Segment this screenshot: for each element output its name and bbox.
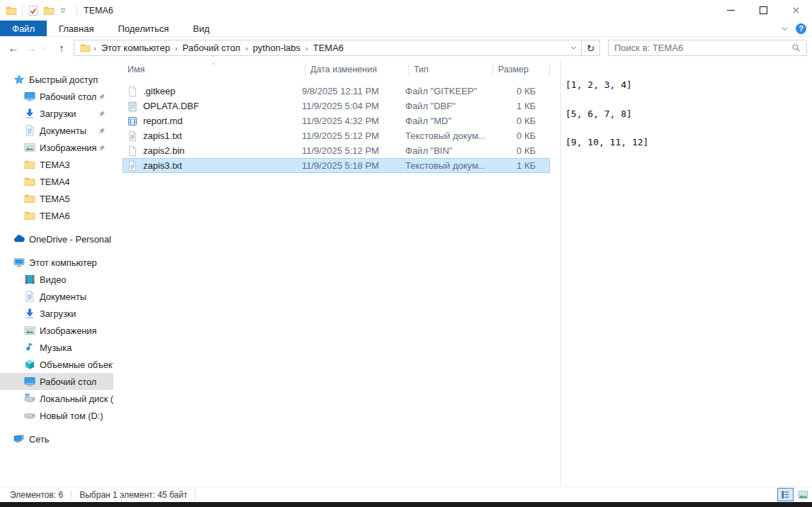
file-rows: .gitkeep 9/8/2025 12:11 PM Файл "GITKEEP… [123, 84, 550, 173]
preview-pane-divider[interactable] [560, 60, 561, 486]
main-area: Быстрый доступ Рабочий стол Загрузки Док… [0, 60, 812, 486]
file-row-zapis2-bin[interactable]: zapis2.bin 11/9/2025 5:12 PM Файл "BIN" … [123, 143, 550, 158]
breadcrumb-tema6[interactable]: ТЕМА6 [309, 43, 348, 53]
file-list-pane: Имя Дата изменения Тип Размер .gitkeep 9… [113, 60, 560, 486]
close-button[interactable] [779, 0, 812, 21]
search-box[interactable] [608, 40, 807, 56]
sidebar-item-documents-pinned[interactable]: Документы [0, 122, 113, 139]
system-drive-icon [24, 393, 35, 404]
ribbon-tab-bar: Файл Главная Поделиться Вид ? [0, 21, 812, 37]
tab-share[interactable]: Поделиться [106, 21, 181, 36]
details-view-button[interactable] [777, 488, 794, 501]
tab-home[interactable]: Главная [47, 21, 106, 36]
thumbnails-view-icon [798, 489, 808, 500]
large-icons-view-button[interactable] [795, 488, 811, 501]
maximize-button[interactable] [747, 0, 779, 21]
sidebar-item-tema5[interactable]: ТЕМА5 [0, 190, 113, 207]
file-row-oplata-dbf[interactable]: OPLATA.DBF 11/9/2025 5:04 PM Файл "DBF" … [123, 99, 550, 113]
sidebar-item-tema3[interactable]: ТЕМА3 [0, 156, 113, 173]
desktop-icon [24, 91, 35, 102]
properties-button[interactable] [28, 5, 39, 16]
new-folder-icon [43, 5, 55, 16]
divider [22, 5, 23, 16]
minimize-button[interactable] [714, 0, 747, 21]
sidebar-item-pictures[interactable]: Изображения [0, 322, 113, 339]
file-row-zapis3-txt-selected[interactable]: zapis3.txt 11/9/2025 5:18 PM Текстовый д… [123, 158, 550, 173]
downloads-icon [24, 308, 35, 319]
items-count: Элементов: 6 [10, 490, 63, 500]
pictures-icon [24, 325, 35, 336]
sidebar-item-network[interactable]: Сеть [0, 430, 113, 447]
sidebar-item-downloads-pinned[interactable]: Загрузки [0, 105, 113, 122]
breadcrumb-python-labs[interactable]: python-labs [249, 43, 305, 53]
navigation-pane: Быстрый доступ Рабочий стол Загрузки Док… [0, 60, 113, 486]
search-input[interactable] [609, 42, 791, 54]
document-icon [24, 291, 35, 302]
sidebar-item-onedrive[interactable]: OneDrive - Personal [0, 230, 113, 247]
column-header-size[interactable]: Размер [493, 60, 550, 78]
sidebar-item-downloads[interactable]: Загрузки [0, 305, 113, 322]
sidebar-item-documents[interactable]: Документы [0, 288, 113, 305]
chevron-down-icon [59, 6, 67, 15]
sidebar-item-local-disk-c[interactable]: Локальный диск (C:) [0, 390, 113, 407]
column-header-type[interactable]: Тип [409, 60, 493, 78]
address-history-button[interactable] [565, 40, 581, 55]
back-button[interactable]: ← [4, 36, 23, 60]
sidebar-item-music[interactable]: Музыка [0, 339, 113, 356]
details-view-icon [780, 489, 791, 500]
folder-icon [24, 193, 35, 204]
sidebar-item-tema6[interactable]: ТЕМА6 [0, 207, 113, 224]
sidebar-item-this-pc[interactable]: Этот компьютер [0, 254, 113, 271]
divider [71, 490, 72, 500]
column-header-name[interactable]: Имя [123, 60, 305, 78]
refresh-button[interactable]: ↻ [581, 40, 599, 55]
chevron-down-icon [41, 45, 48, 52]
divider [77, 5, 77, 16]
divider [195, 490, 196, 500]
sidebar-item-tema4[interactable]: ТЕМА4 [0, 173, 113, 190]
screen-edge [0, 502, 812, 507]
document-icon [24, 125, 35, 136]
sidebar-item-desktop-pinned[interactable]: Рабочий стол [0, 88, 113, 105]
sidebar-item-videos[interactable]: Видео [0, 271, 113, 288]
tab-file[interactable]: Файл [0, 21, 47, 36]
file-row-report-md[interactable]: report.md 11/9/2025 4:32 PM Файл "MD" 0 … [123, 113, 550, 128]
breadcrumb-this-pc[interactable]: Этот компьютер [97, 43, 174, 53]
window-title: ТЕМА6 [84, 6, 113, 16]
video-icon [24, 274, 35, 285]
new-folder-button[interactable] [43, 5, 55, 16]
search-icon[interactable] [791, 43, 801, 52]
folder-icon [24, 159, 35, 170]
ribbon-collapse-chevron-icon[interactable] [780, 24, 789, 33]
sidebar-item-new-volume-d[interactable]: Новый том (D:) [0, 407, 113, 424]
pin-icon [98, 93, 106, 101]
view-switcher [777, 488, 811, 501]
file-row-gitkeep[interactable]: .gitkeep 9/8/2025 12:11 PM Файл "GITKEEP… [123, 84, 550, 99]
help-button[interactable]: ? [796, 23, 806, 34]
sidebar-item-pictures-pinned[interactable]: Изображения [0, 139, 113, 156]
breadcrumb-desktop[interactable]: Рабочий стол [179, 43, 245, 53]
pictures-icon [24, 142, 35, 153]
file-row-zapis1-txt[interactable]: zapis1.txt 11/9/2025 5:12 PM Текстовый д… [123, 128, 550, 143]
sidebar-item-3d-objects[interactable]: Объемные объекты [0, 356, 113, 373]
explorer-window: ТЕМА6 Файл Главная Поделиться Вид ? ← → … [0, 0, 812, 507]
maximize-icon [760, 6, 767, 14]
up-button[interactable]: ↑ [52, 36, 71, 60]
tab-view[interactable]: Вид [181, 21, 222, 36]
file-dbf-icon [127, 101, 138, 112]
customize-qat-button[interactable] [59, 6, 67, 15]
music-note-icon [24, 342, 35, 353]
address-bar[interactable]: › Этот компьютер › Рабочий стол › python… [74, 40, 600, 56]
app-folder-icon [6, 5, 17, 16]
desktop-icon [24, 376, 35, 387]
minimize-icon [727, 10, 735, 11]
recent-locations-button[interactable] [38, 36, 51, 60]
quick-access-toolbar: ТЕМА6 [0, 5, 113, 16]
folder-icon [24, 176, 35, 187]
column-header-modified[interactable]: Дата изменения [305, 60, 409, 78]
sidebar-item-desktop[interactable]: Рабочий стол [0, 373, 113, 390]
chevron-down-icon [570, 44, 577, 52]
cube-3d-icon [24, 359, 35, 370]
sidebar-item-quick-access[interactable]: Быстрый доступ [0, 71, 113, 88]
computer-icon [13, 257, 25, 268]
